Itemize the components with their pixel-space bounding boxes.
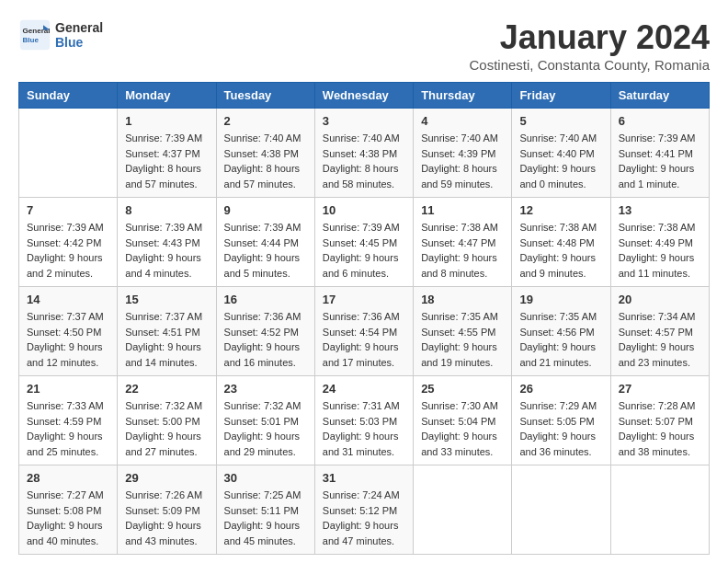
header-sunday: Sunday: [19, 83, 118, 109]
sunrise-text: Sunrise: 7:35 AM: [519, 311, 597, 322]
calendar-cell: 15 Sunrise: 7:37 AM Sunset: 4:51 PM Dayl…: [118, 287, 216, 376]
daylight-text: Daylight: 9 hours and 45 minutes.: [224, 520, 301, 546]
logo: General Blue General Blue: [18, 18, 103, 52]
sunrise-text: Sunrise: 7:27 AM: [27, 489, 104, 500]
calendar-cell: 7 Sunrise: 7:39 AM Sunset: 4:42 PM Dayli…: [19, 198, 118, 287]
day-info: Sunrise: 7:27 AM Sunset: 5:08 PM Dayligh…: [27, 488, 109, 548]
calendar-cell: 9 Sunrise: 7:39 AM Sunset: 4:44 PM Dayli…: [216, 198, 314, 287]
location-text: Costinesti, Constanta County, Romania: [469, 57, 710, 73]
daylight-text: Daylight: 9 hours and 19 minutes.: [421, 341, 497, 368]
daylight-text: Daylight: 8 hours and 57 minutes.: [224, 163, 301, 190]
calendar-week-4: 21 Sunrise: 7:33 AM Sunset: 4:59 PM Dayl…: [19, 376, 710, 465]
day-info: Sunrise: 7:38 AM Sunset: 4:47 PM Dayligh…: [421, 220, 504, 281]
day-number: 11: [421, 203, 504, 217]
day-number: 13: [619, 203, 701, 217]
sunrise-text: Sunrise: 7:40 AM: [224, 132, 301, 144]
daylight-text: Daylight: 9 hours and 8 minutes.: [421, 252, 497, 279]
calendar-cell: 30 Sunrise: 7:25 AM Sunset: 5:11 PM Dayl…: [216, 465, 314, 555]
calendar-cell: 2 Sunrise: 7:40 AM Sunset: 4:38 PM Dayli…: [216, 109, 314, 198]
sunset-text: Sunset: 5:04 PM: [421, 416, 495, 427]
sunset-text: Sunset: 4:43 PM: [125, 237, 199, 248]
day-number: 10: [323, 203, 405, 217]
sunset-text: Sunset: 4:49 PM: [619, 237, 693, 248]
daylight-text: Daylight: 8 hours and 58 minutes.: [323, 163, 399, 190]
calendar-cell: 29 Sunrise: 7:26 AM Sunset: 5:09 PM Dayl…: [118, 465, 216, 555]
daylight-text: Daylight: 9 hours and 33 minutes.: [421, 431, 497, 457]
sunrise-text: Sunrise: 7:32 AM: [125, 400, 202, 411]
sunrise-text: Sunrise: 7:34 AM: [619, 311, 696, 322]
sunrise-text: Sunrise: 7:38 AM: [421, 222, 498, 233]
header-friday: Friday: [512, 83, 610, 109]
day-info: Sunrise: 7:39 AM Sunset: 4:37 PM Dayligh…: [125, 131, 208, 191]
sunset-text: Sunset: 5:00 PM: [125, 416, 199, 427]
calendar-week-2: 7 Sunrise: 7:39 AM Sunset: 4:42 PM Dayli…: [19, 198, 710, 287]
day-number: 14: [27, 293, 109, 306]
sunrise-text: Sunrise: 7:39 AM: [619, 132, 696, 144]
daylight-text: Daylight: 9 hours and 9 minutes.: [519, 252, 596, 279]
day-number: 18: [421, 293, 504, 306]
day-info: Sunrise: 7:38 AM Sunset: 4:49 PM Dayligh…: [619, 220, 701, 281]
day-number: 29: [125, 471, 208, 485]
day-number: 27: [619, 382, 701, 396]
day-number: 3: [323, 114, 405, 128]
daylight-text: Daylight: 9 hours and 36 minutes.: [519, 431, 596, 457]
calendar-cell: [19, 109, 118, 198]
day-number: 6: [619, 114, 701, 128]
sunrise-text: Sunrise: 7:36 AM: [224, 311, 301, 322]
sunset-text: Sunset: 4:39 PM: [421, 148, 495, 159]
day-info: Sunrise: 7:30 AM Sunset: 5:04 PM Dayligh…: [421, 398, 504, 459]
daylight-text: Daylight: 9 hours and 21 minutes.: [519, 341, 596, 368]
month-title: January 2024: [469, 18, 710, 57]
sunset-text: Sunset: 4:50 PM: [27, 327, 101, 338]
day-number: 17: [323, 293, 405, 306]
calendar-cell: 5 Sunrise: 7:40 AM Sunset: 4:40 PM Dayli…: [512, 109, 610, 198]
day-number: 7: [27, 203, 109, 217]
day-number: 4: [421, 114, 504, 128]
sunset-text: Sunset: 4:40 PM: [519, 148, 594, 159]
calendar-cell: 10 Sunrise: 7:39 AM Sunset: 4:45 PM Dayl…: [314, 198, 413, 287]
calendar-cell: 13 Sunrise: 7:38 AM Sunset: 4:49 PM Dayl…: [610, 198, 709, 287]
calendar-cell: 3 Sunrise: 7:40 AM Sunset: 4:38 PM Dayli…: [314, 109, 413, 198]
day-info: Sunrise: 7:37 AM Sunset: 4:50 PM Dayligh…: [27, 309, 109, 370]
daylight-text: Daylight: 9 hours and 25 minutes.: [27, 431, 103, 457]
day-number: 30: [224, 471, 307, 485]
day-number: 16: [224, 293, 307, 306]
sunset-text: Sunset: 4:57 PM: [619, 327, 693, 338]
sunrise-text: Sunrise: 7:32 AM: [224, 400, 301, 411]
sunset-text: Sunset: 4:37 PM: [125, 148, 199, 159]
daylight-text: Daylight: 9 hours and 1 minute.: [619, 163, 695, 190]
daylight-text: Daylight: 9 hours and 11 minutes.: [619, 252, 695, 279]
calendar-cell: 23 Sunrise: 7:32 AM Sunset: 5:01 PM Dayl…: [216, 376, 314, 465]
header-wednesday: Wednesday: [314, 83, 413, 109]
day-number: 31: [323, 471, 405, 485]
day-info: Sunrise: 7:36 AM Sunset: 4:52 PM Dayligh…: [224, 309, 307, 370]
sunset-text: Sunset: 5:08 PM: [27, 505, 101, 516]
calendar-cell: 22 Sunrise: 7:32 AM Sunset: 5:00 PM Dayl…: [118, 376, 216, 465]
sunset-text: Sunset: 4:38 PM: [224, 148, 299, 159]
calendar-cell: 17 Sunrise: 7:36 AM Sunset: 4:54 PM Dayl…: [314, 287, 413, 376]
logo-general: General: [55, 20, 103, 35]
sunset-text: Sunset: 5:12 PM: [323, 505, 397, 516]
sunset-text: Sunset: 4:52 PM: [224, 327, 299, 338]
sunrise-text: Sunrise: 7:35 AM: [421, 311, 498, 322]
calendar-cell: 27 Sunrise: 7:28 AM Sunset: 5:07 PM Dayl…: [610, 376, 709, 465]
day-info: Sunrise: 7:40 AM Sunset: 4:38 PM Dayligh…: [323, 131, 405, 191]
sunset-text: Sunset: 4:55 PM: [421, 327, 495, 338]
day-info: Sunrise: 7:24 AM Sunset: 5:12 PM Dayligh…: [323, 488, 405, 548]
daylight-text: Daylight: 9 hours and 0 minutes.: [519, 163, 596, 190]
sunset-text: Sunset: 4:38 PM: [323, 148, 397, 159]
sunrise-text: Sunrise: 7:25 AM: [224, 489, 301, 500]
header-thursday: Thursday: [414, 83, 512, 109]
header-saturday: Saturday: [610, 83, 709, 109]
sunrise-text: Sunrise: 7:36 AM: [323, 311, 400, 322]
calendar-cell: [414, 465, 512, 555]
daylight-text: Daylight: 9 hours and 23 minutes.: [619, 341, 695, 368]
daylight-text: Daylight: 9 hours and 12 minutes.: [27, 341, 103, 368]
sunrise-text: Sunrise: 7:39 AM: [224, 222, 301, 233]
calendar-cell: 31 Sunrise: 7:24 AM Sunset: 5:12 PM Dayl…: [314, 465, 413, 555]
day-number: 20: [619, 293, 701, 306]
day-info: Sunrise: 7:39 AM Sunset: 4:45 PM Dayligh…: [323, 220, 405, 281]
day-info: Sunrise: 7:39 AM Sunset: 4:41 PM Dayligh…: [619, 131, 701, 191]
sunrise-text: Sunrise: 7:37 AM: [27, 311, 104, 322]
sunrise-text: Sunrise: 7:37 AM: [125, 311, 202, 322]
